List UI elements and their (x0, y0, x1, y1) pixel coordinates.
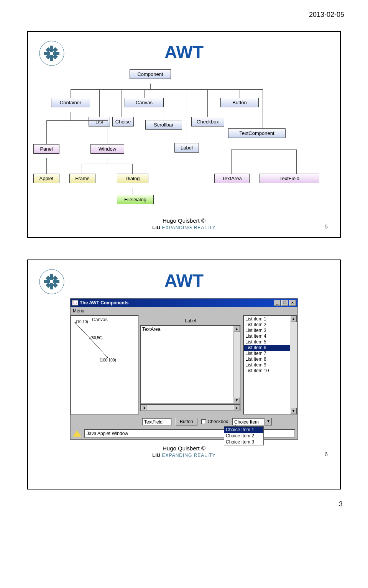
connector (71, 112, 71, 120)
page-number: 3 (0, 489, 368, 516)
minimize-button[interactable]: _ (274, 300, 281, 306)
canvas-point-3: (100,100) (100, 358, 116, 362)
list-widget[interactable]: List item 1List item 2List item 3List it… (243, 315, 297, 415)
slide-footer: Hugo Quisbert © LiU LiU EXPANDING REALIT… (38, 217, 330, 230)
slide-2: AWT The AWT Components _ □ × Menu Canvas (27, 260, 341, 489)
node-filedialog: FileDialog (117, 195, 154, 204)
list-item[interactable]: List item 2 (244, 322, 290, 328)
list-item[interactable]: List item 3 (244, 328, 290, 333)
svg-rect-2 (50, 55, 53, 61)
textarea-content: TextArea (141, 326, 233, 403)
node-label: Label (174, 143, 199, 153)
svg-rect-1 (50, 46, 53, 52)
svg-rect-7 (46, 54, 51, 59)
scroll-down-icon[interactable]: ▼ (290, 408, 297, 414)
list-vscroll[interactable]: ▲ ▼ (290, 316, 297, 414)
canvas-point-1: (10,10) (76, 320, 88, 324)
choice-option[interactable]: Choice Item 3 (224, 439, 263, 445)
textarea-vscroll[interactable]: ▲ ▼ (233, 326, 240, 403)
node-checkbox: Checkbox (191, 117, 224, 126)
liu-logo-icon (39, 40, 65, 66)
connector (46, 158, 47, 174)
list-item[interactable]: List item 1 (244, 316, 290, 322)
svg-rect-8 (53, 54, 58, 59)
scroll-down-icon[interactable]: ▼ (233, 397, 240, 403)
list-item[interactable]: List item 8 (244, 356, 290, 362)
choice-widget[interactable]: Choice Item 1 ▼ (232, 418, 272, 425)
connector (164, 89, 164, 117)
slide-title: AWT (38, 42, 330, 62)
svg-rect-15 (53, 276, 58, 281)
canvas-pane[interactable]: Canvas (10,10) (50,50) (100,100) (71, 315, 139, 415)
java-cup-icon (72, 300, 78, 305)
list-item[interactable]: List item 9 (244, 362, 290, 368)
liu-logo-icon (39, 269, 65, 295)
connector (296, 149, 297, 174)
textfield-widget[interactable]: TextField (142, 418, 172, 425)
svg-point-9 (39, 269, 64, 294)
connector (46, 120, 47, 144)
inherit-triangle-icon (130, 184, 135, 188)
connector (133, 188, 133, 195)
checkbox-widget[interactable]: Checkbox (201, 419, 228, 424)
svg-rect-17 (53, 283, 58, 288)
slide-title: AWT (38, 270, 330, 291)
connector (150, 84, 151, 89)
connector (46, 120, 108, 121)
node-container: Container (51, 98, 90, 107)
button-widget[interactable]: Button (176, 418, 197, 425)
list-item[interactable]: List item 10 (244, 368, 290, 374)
node-choise: Choise (112, 117, 134, 126)
connector (144, 89, 145, 98)
checkbox-box-icon[interactable] (201, 419, 206, 424)
connector (82, 164, 132, 164)
author-text: Hugo Quisbert © (38, 445, 330, 452)
list-item[interactable]: List item 5 (244, 339, 290, 345)
awt-hierarchy-diagram: Component Container Canvas Button List C… (39, 69, 330, 215)
slide-number: 6 (325, 451, 328, 457)
node-component: Component (130, 69, 171, 79)
inherit-triangle-icon (254, 138, 260, 143)
node-textcomponent: TextComponent (228, 128, 286, 138)
node-canvas: Canvas (125, 98, 164, 107)
scroll-left-icon[interactable]: ◄ (141, 405, 147, 410)
node-button: Button (220, 98, 259, 107)
scroll-up-icon[interactable]: ▲ (233, 326, 240, 332)
scroll-up-icon[interactable]: ▲ (290, 316, 297, 322)
connector (231, 149, 232, 174)
controls-row: TextField Button Checkbox Choice Item 1 … (71, 415, 297, 428)
svg-rect-10 (50, 274, 53, 280)
connector (263, 89, 263, 128)
node-textfield: TextField (260, 174, 319, 183)
svg-line-18 (75, 323, 90, 338)
menubar[interactable]: Menu (71, 307, 297, 315)
scroll-right-icon[interactable]: ► (234, 405, 240, 410)
choice-dropdown[interactable]: Choice Item 1Choice Item 2Choice Item 3 (224, 426, 264, 445)
inherit-triangle-icon (68, 108, 73, 112)
maximize-button[interactable]: □ (281, 300, 288, 306)
textarea-hscroll[interactable]: ◄ ► (140, 404, 241, 411)
slide-footer: Hugo Quisbert © LiU EXPANDING REALITY 6 (38, 445, 330, 458)
list-item[interactable]: List item 7 (244, 351, 290, 356)
inherit-triangle-icon (148, 79, 153, 84)
connector (257, 143, 257, 149)
list-item[interactable]: List item 4 (244, 333, 290, 339)
node-applet: Applet (33, 174, 59, 183)
svg-rect-6 (53, 47, 58, 53)
inherit-triangle-icon (104, 154, 110, 158)
slide-number: 5 (325, 223, 328, 230)
list-item[interactable]: List item 6 (244, 345, 290, 351)
chevron-down-icon[interactable]: ▼ (265, 418, 272, 425)
svg-rect-16 (46, 283, 51, 288)
textarea-widget[interactable]: TextArea ▲ ▼ (140, 325, 241, 404)
node-window: Window (90, 144, 124, 154)
liu-tagline: LiU LiU EXPANDING REALITYEXPANDING REALI… (38, 225, 330, 230)
close-button[interactable]: × (289, 300, 296, 306)
node-scrollbar: Scrollbar (145, 120, 182, 130)
choice-option[interactable]: Choice Item 1 (224, 427, 263, 433)
choice-option[interactable]: Choice Item 2 (224, 433, 263, 439)
svg-rect-5 (46, 47, 51, 53)
awt-demo-window: The AWT Components _ □ × Menu Canvas (70, 298, 298, 440)
canvas-point-2: (50,50) (90, 336, 103, 340)
connector (132, 164, 133, 174)
